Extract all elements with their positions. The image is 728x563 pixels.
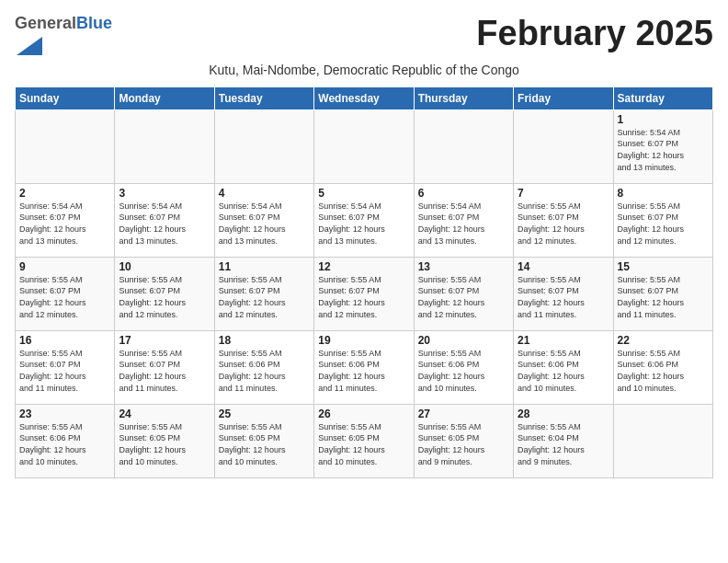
day-info: Sunrise: 5:55 AM Sunset: 6:05 PM Dayligh… <box>119 421 210 467</box>
calendar-cell: 16Sunrise: 5:55 AM Sunset: 6:07 PM Dayli… <box>16 330 115 404</box>
day-number: 24 <box>119 408 210 420</box>
weekday-header-tuesday: Tuesday <box>214 86 313 109</box>
day-number: 5 <box>318 187 409 200</box>
day-number: 18 <box>219 334 310 347</box>
weekday-header-monday: Monday <box>115 86 214 109</box>
logo-general-text: General <box>15 14 76 32</box>
calendar-cell: 17Sunrise: 5:55 AM Sunset: 6:07 PM Dayli… <box>115 330 214 404</box>
calendar-cell: 20Sunrise: 5:55 AM Sunset: 6:06 PM Dayli… <box>414 330 513 404</box>
day-info: Sunrise: 5:55 AM Sunset: 6:07 PM Dayligh… <box>618 274 709 320</box>
weekday-header-friday: Friday <box>514 86 613 109</box>
calendar-week-2: 2Sunrise: 5:54 AM Sunset: 6:07 PM Daylig… <box>16 183 713 257</box>
day-info: Sunrise: 5:55 AM Sunset: 6:04 PM Dayligh… <box>518 421 609 467</box>
calendar-cell <box>214 109 313 183</box>
day-info: Sunrise: 5:54 AM Sunset: 6:07 PM Dayligh… <box>418 201 509 247</box>
calendar-cell: 3Sunrise: 5:54 AM Sunset: 6:07 PM Daylig… <box>115 183 214 257</box>
day-info: Sunrise: 5:54 AM Sunset: 6:07 PM Dayligh… <box>318 201 409 247</box>
calendar-cell: 4Sunrise: 5:54 AM Sunset: 6:07 PM Daylig… <box>214 183 313 257</box>
day-info: Sunrise: 5:55 AM Sunset: 6:05 PM Dayligh… <box>318 421 409 467</box>
calendar-cell: 14Sunrise: 5:55 AM Sunset: 6:07 PM Dayli… <box>514 257 613 330</box>
day-number: 1 <box>618 113 709 126</box>
day-info: Sunrise: 5:55 AM Sunset: 6:07 PM Dayligh… <box>119 348 210 394</box>
day-info: Sunrise: 5:55 AM Sunset: 6:05 PM Dayligh… <box>219 421 310 467</box>
logo: GeneralBlue <box>15 15 112 59</box>
day-number: 25 <box>219 408 310 420</box>
calendar-cell: 7Sunrise: 5:55 AM Sunset: 6:07 PM Daylig… <box>514 183 613 257</box>
day-number: 20 <box>418 334 509 347</box>
day-info: Sunrise: 5:55 AM Sunset: 6:07 PM Dayligh… <box>518 201 609 247</box>
calendar-cell <box>514 109 613 183</box>
calendar-cell: 21Sunrise: 5:55 AM Sunset: 6:06 PM Dayli… <box>514 330 613 404</box>
day-number: 11 <box>219 260 310 273</box>
calendar-cell: 22Sunrise: 5:55 AM Sunset: 6:06 PM Dayli… <box>613 330 712 404</box>
day-number: 13 <box>418 260 509 273</box>
weekday-header-thursday: Thursday <box>414 86 513 109</box>
calendar-cell: 28Sunrise: 5:55 AM Sunset: 6:04 PM Dayli… <box>514 404 613 477</box>
svg-marker-0 <box>17 37 42 55</box>
weekday-header-saturday: Saturday <box>613 86 712 109</box>
day-info: Sunrise: 5:55 AM Sunset: 6:07 PM Dayligh… <box>19 348 110 394</box>
calendar-cell: 18Sunrise: 5:55 AM Sunset: 6:06 PM Dayli… <box>214 330 313 404</box>
page-header: GeneralBlue February 2025 <box>15 15 713 59</box>
calendar-cell: 26Sunrise: 5:55 AM Sunset: 6:05 PM Dayli… <box>314 404 414 477</box>
weekday-header-sunday: Sunday <box>16 86 115 109</box>
calendar-cell <box>115 109 214 183</box>
day-number: 9 <box>19 260 110 273</box>
calendar-cell: 5Sunrise: 5:54 AM Sunset: 6:07 PM Daylig… <box>314 183 414 257</box>
calendar-week-3: 9Sunrise: 5:55 AM Sunset: 6:07 PM Daylig… <box>16 257 713 330</box>
day-info: Sunrise: 5:55 AM Sunset: 6:05 PM Dayligh… <box>418 421 509 467</box>
day-info: Sunrise: 5:55 AM Sunset: 6:06 PM Dayligh… <box>19 421 110 467</box>
calendar-cell: 23Sunrise: 5:55 AM Sunset: 6:06 PM Dayli… <box>16 404 115 477</box>
day-number: 16 <box>19 334 110 347</box>
calendar-cell <box>314 109 414 183</box>
weekday-header-wednesday: Wednesday <box>314 86 414 109</box>
day-number: 17 <box>119 334 210 347</box>
day-info: Sunrise: 5:55 AM Sunset: 6:06 PM Dayligh… <box>219 348 310 394</box>
day-info: Sunrise: 5:55 AM Sunset: 6:07 PM Dayligh… <box>518 274 609 320</box>
day-number: 23 <box>19 408 110 420</box>
day-info: Sunrise: 5:54 AM Sunset: 6:07 PM Dayligh… <box>219 201 310 247</box>
calendar-week-1: 1Sunrise: 5:54 AM Sunset: 6:07 PM Daylig… <box>16 109 713 183</box>
location-subtitle: Kutu, Mai-Ndombe, Democratic Republic of… <box>15 63 713 77</box>
calendar-cell: 24Sunrise: 5:55 AM Sunset: 6:05 PM Dayli… <box>115 404 214 477</box>
calendar-cell: 15Sunrise: 5:55 AM Sunset: 6:07 PM Dayli… <box>613 257 712 330</box>
day-number: 26 <box>318 408 409 420</box>
calendar-cell: 11Sunrise: 5:55 AM Sunset: 6:07 PM Dayli… <box>214 257 313 330</box>
day-number: 6 <box>418 187 509 200</box>
day-number: 12 <box>318 260 409 273</box>
calendar-cell: 6Sunrise: 5:54 AM Sunset: 6:07 PM Daylig… <box>414 183 513 257</box>
calendar-cell <box>613 404 712 477</box>
calendar-cell: 9Sunrise: 5:55 AM Sunset: 6:07 PM Daylig… <box>16 257 115 330</box>
day-info: Sunrise: 5:54 AM Sunset: 6:07 PM Dayligh… <box>119 201 210 247</box>
day-number: 28 <box>518 408 609 420</box>
calendar-cell: 12Sunrise: 5:55 AM Sunset: 6:07 PM Dayli… <box>314 257 414 330</box>
day-info: Sunrise: 5:55 AM Sunset: 6:06 PM Dayligh… <box>618 348 709 394</box>
calendar-cell: 1Sunrise: 5:54 AM Sunset: 6:07 PM Daylig… <box>613 109 712 183</box>
day-info: Sunrise: 5:55 AM Sunset: 6:07 PM Dayligh… <box>418 274 509 320</box>
calendar-week-5: 23Sunrise: 5:55 AM Sunset: 6:06 PM Dayli… <box>16 404 713 477</box>
day-number: 27 <box>418 408 509 420</box>
calendar-table: SundayMondayTuesdayWednesdayThursdayFrid… <box>15 86 713 478</box>
calendar-cell <box>16 109 115 183</box>
logo-icon <box>17 33 42 59</box>
day-number: 2 <box>19 187 110 200</box>
day-info: Sunrise: 5:54 AM Sunset: 6:07 PM Dayligh… <box>19 201 110 247</box>
month-title: February 2025 <box>476 15 713 53</box>
day-info: Sunrise: 5:55 AM Sunset: 6:07 PM Dayligh… <box>119 274 210 320</box>
calendar-cell: 13Sunrise: 5:55 AM Sunset: 6:07 PM Dayli… <box>414 257 513 330</box>
day-info: Sunrise: 5:55 AM Sunset: 6:07 PM Dayligh… <box>318 274 409 320</box>
day-info: Sunrise: 5:55 AM Sunset: 6:06 PM Dayligh… <box>518 348 609 394</box>
calendar-cell: 2Sunrise: 5:54 AM Sunset: 6:07 PM Daylig… <box>16 183 115 257</box>
calendar-cell: 10Sunrise: 5:55 AM Sunset: 6:07 PM Dayli… <box>115 257 214 330</box>
calendar-week-4: 16Sunrise: 5:55 AM Sunset: 6:07 PM Dayli… <box>16 330 713 404</box>
day-number: 10 <box>119 260 210 273</box>
day-number: 3 <box>119 187 210 200</box>
day-info: Sunrise: 5:55 AM Sunset: 6:06 PM Dayligh… <box>318 348 409 394</box>
calendar-cell: 25Sunrise: 5:55 AM Sunset: 6:05 PM Dayli… <box>214 404 313 477</box>
day-info: Sunrise: 5:55 AM Sunset: 6:07 PM Dayligh… <box>219 274 310 320</box>
day-number: 21 <box>518 334 609 347</box>
calendar-cell: 8Sunrise: 5:55 AM Sunset: 6:07 PM Daylig… <box>613 183 712 257</box>
day-number: 4 <box>219 187 310 200</box>
logo-blue-text: Blue <box>76 14 112 32</box>
day-info: Sunrise: 5:55 AM Sunset: 6:07 PM Dayligh… <box>618 201 709 247</box>
